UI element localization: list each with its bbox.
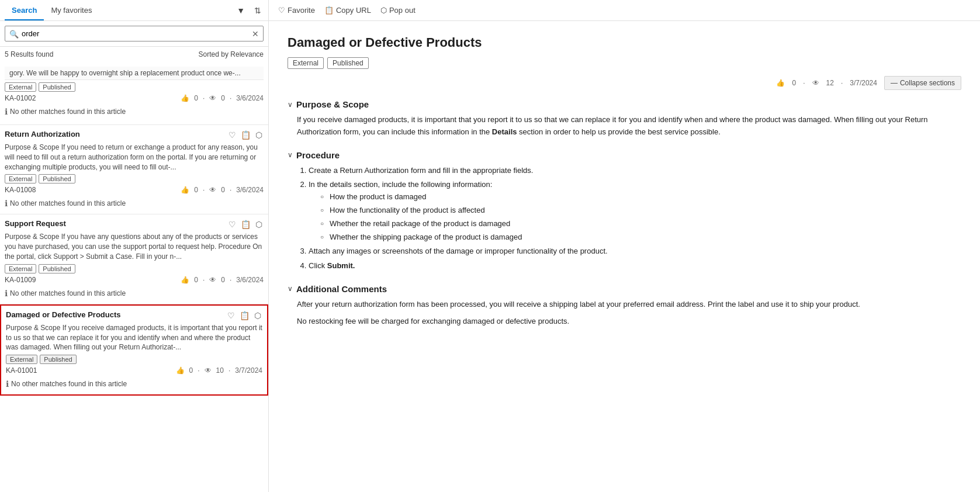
result-actions-3: ♡ 📋 ⬡ [226, 310, 262, 321]
filter-icon[interactable]: ▼ [234, 5, 247, 16]
result-item-first: gory. We will be happy to overnight ship… [0, 62, 268, 125]
likes-count-1: 0 [194, 186, 198, 194]
step-2: In the details section, include the foll… [309, 179, 961, 243]
likes-count-2: 0 [194, 276, 198, 284]
favorite-label: Favorite [288, 6, 315, 15]
search-icon: 🔍 [9, 29, 19, 38]
search-bar: 🔍 ✕ [0, 21, 268, 47]
right-panel: ♡ Favorite 📋 Copy URL ⬡ Pop out Damaged … [269, 0, 980, 492]
collapse-sections-button[interactable]: — Collapse sections [884, 76, 961, 90]
comments-text-1: After your return authorization form has… [297, 299, 961, 311]
like-icon-3: 👍 [176, 366, 185, 375]
article-tag-external: External [288, 57, 324, 69]
no-match-1: ℹ No other matches found in this article [5, 196, 264, 212]
result-snippet-2: Purpose & Scope If you have any question… [5, 232, 264, 261]
views-count-1: 0 [221, 186, 225, 194]
tag-external-1: External [5, 174, 36, 183]
result-snippet-1: Purpose & Scope If you need to return or… [5, 143, 264, 172]
tab-icons: ▼ ⇅ [234, 5, 264, 16]
favorite-btn-3[interactable]: ♡ [226, 310, 236, 321]
result-actions-2: ♡ 📋 ⬡ [227, 219, 264, 230]
result-title-3[interactable]: Damaged or Defective Products [6, 310, 226, 319]
view-icon-0: 👁 [209, 94, 216, 102]
search-input[interactable] [5, 26, 264, 41]
section-header-comments[interactable]: ∨ Additional Comments [288, 284, 961, 294]
favorite-btn-2[interactable]: ♡ [227, 219, 237, 230]
section-header-procedure[interactable]: ∨ Procedure [288, 150, 961, 160]
like-icon-1: 👍 [181, 186, 189, 194]
section-body-comments: After your return authorization form has… [288, 299, 961, 328]
result-ka-2: KA-01009 [5, 276, 36, 284]
copy-btn-1[interactable]: 📋 [240, 130, 252, 140]
article-date: 3/7/2024 [850, 79, 877, 87]
result-actions-1: ♡ 📋 ⬡ [227, 130, 264, 140]
step-4: Click Submit. [309, 260, 961, 272]
article-tags: External Published [288, 57, 961, 69]
purpose-text: If you receive damaged products, it is i… [297, 114, 961, 138]
article-views: 12 [826, 79, 834, 87]
favorite-btn-1[interactable]: ♡ [227, 130, 237, 140]
like-icon-2: 👍 [181, 276, 189, 284]
article-like-icon: 👍 [776, 79, 785, 87]
tab-bar: Search My favorites ▼ ⇅ [0, 0, 268, 21]
views-count-2: 0 [221, 276, 225, 284]
like-icon-0: 👍 [181, 94, 189, 102]
result-stats-1: 👍 0 · 👁 0 · 3/6/2024 [181, 186, 264, 194]
section-body-purpose: If you receive damaged products, it is i… [288, 114, 961, 138]
date-1: 3/6/2024 [236, 186, 264, 194]
popout-btn-1[interactable]: ⬡ [254, 130, 264, 140]
copy-icon: 📋 [324, 6, 334, 15]
sub-item-4: Whether the shipping package of the prod… [320, 231, 961, 244]
result-title-1[interactable]: Return Authorization [5, 130, 227, 138]
heart-icon: ♡ [278, 6, 285, 15]
likes-count-3: 0 [189, 366, 193, 375]
result-tags-2: External Published [5, 264, 264, 273]
view-icon-1: 👁 [209, 186, 216, 194]
first-snippet-text: gory. We will be happy to overnight ship… [5, 67, 264, 80]
result-meta-2: KA-01009 👍 0 · 👁 0 · 3/6/2024 [5, 276, 264, 284]
info-icon-2: ℹ [5, 289, 8, 298]
copy-url-label: Copy URL [336, 6, 371, 15]
result-stats-0: 👍 0 · 👁 0 · 3/6/2024 [181, 94, 264, 102]
result-meta-0: KA-01002 👍 0 · 👁 0 · 3/6/2024 [5, 94, 264, 102]
article-toolbar: ♡ Favorite 📋 Copy URL ⬡ Pop out [269, 0, 980, 21]
result-ka-0: KA-01002 [5, 94, 36, 102]
sort-icon[interactable]: ⇅ [252, 5, 264, 16]
section-header-purpose[interactable]: ∨ Purpose & Scope [288, 99, 961, 109]
sort-label: Sorted by Relevance [199, 50, 264, 58]
results-count: 5 Results found [5, 50, 53, 58]
pop-out-button[interactable]: ⬡ Pop out [380, 6, 415, 15]
copy-btn-2[interactable]: 📋 [240, 219, 252, 230]
tag-published-0: Published [39, 82, 75, 92]
left-panel: Search My favorites ▼ ⇅ 🔍 ✕ 5 Results fo… [0, 0, 269, 492]
result-title-row-3: Damaged or Defective Products ♡ 📋 ⬡ [6, 310, 262, 321]
clear-search-icon[interactable]: ✕ [252, 29, 259, 39]
result-title-2[interactable]: Support Request [5, 219, 227, 228]
result-meta-3: KA-01001 👍 0 · 👁 10 · 3/7/2024 [6, 366, 262, 375]
popout-btn-2[interactable]: ⬡ [254, 219, 264, 230]
result-title-row-1: Return Authorization ♡ 📋 ⬡ [5, 130, 264, 140]
popout-btn-3[interactable]: ⬡ [253, 310, 262, 321]
sub-item-1: How the product is damaged [320, 191, 961, 203]
result-stats-2: 👍 0 · 👁 0 · 3/6/2024 [181, 276, 264, 284]
article-title: Damaged or Defective Products [288, 35, 961, 50]
copy-url-button[interactable]: 📋 Copy URL [324, 6, 371, 15]
favorite-button[interactable]: ♡ Favorite [278, 6, 315, 15]
tag-external-2: External [5, 264, 36, 273]
views-count-0: 0 [221, 94, 225, 102]
tab-favorites[interactable]: My favorites [44, 1, 99, 20]
info-icon-1: ℹ [5, 199, 8, 208]
result-stats-3: 👍 0 · 👁 10 · 3/7/2024 [176, 366, 262, 375]
article-header-meta: 👍 0 · 👁 12 · 3/7/2024 — Collapse section… [288, 76, 961, 90]
likes-count-0: 0 [194, 94, 198, 102]
copy-btn-3[interactable]: 📋 [238, 310, 251, 321]
result-meta-1: KA-01008 👍 0 · 👁 0 · 3/6/2024 [5, 186, 264, 194]
date-2: 3/6/2024 [236, 276, 264, 284]
tab-search[interactable]: Search [5, 1, 44, 20]
no-match-0: ℹ No other matches found in this article [5, 105, 264, 120]
view-icon-2: 👁 [209, 276, 216, 284]
collapse-icon: — [891, 79, 898, 87]
no-match-3: ℹ No other matches found in this article [6, 377, 262, 392]
pop-out-label: Pop out [389, 6, 415, 15]
result-title-row-2: Support Request ♡ 📋 ⬡ [5, 219, 264, 230]
